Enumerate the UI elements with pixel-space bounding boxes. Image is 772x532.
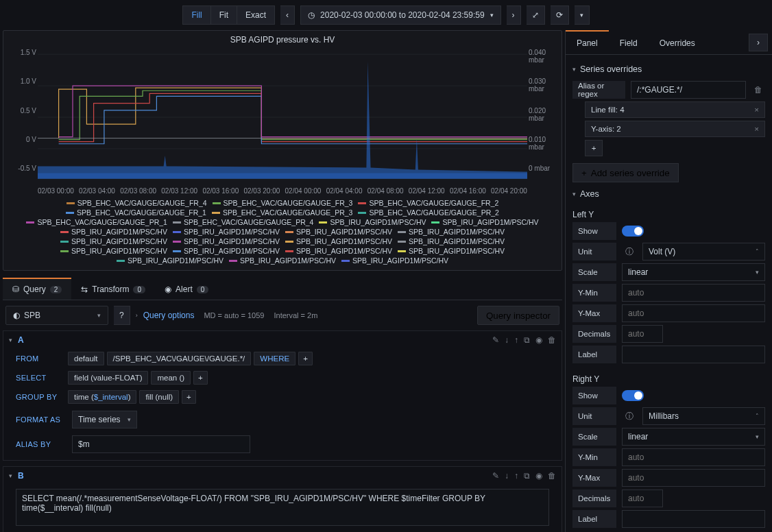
legend-item[interactable]: SPB_IRU_AGIPD1M/PSC/HV — [173, 228, 280, 236]
legend-item[interactable]: SPB_IRU_AGIPD1M/PSC/HV — [229, 256, 336, 265]
side-tab-panel[interactable]: Panel — [566, 30, 609, 54]
left-decimals-input[interactable] — [622, 325, 663, 343]
legend-item[interactable]: SPB_EHC_VAC/GAUGE/GAUGE_FR_4 — [67, 199, 207, 207]
legend-item[interactable]: SPB_EHC_VAC/GAUGE/GAUGE_PR_2 — [358, 208, 498, 217]
groupby-add-button[interactable]: + — [182, 390, 196, 404]
right-scale-select[interactable]: linear▾ — [622, 428, 765, 446]
edit-icon[interactable]: ✎ — [492, 335, 499, 345]
chevron-right-icon[interactable]: › — [136, 312, 138, 319]
legend-item[interactable]: SPB_IRU_AGIPD1M/PSC/HV — [60, 237, 167, 245]
legend-item[interactable]: SPB_IRU_AGIPD1M/PSC/HV — [341, 256, 448, 265]
right-unit-select[interactable]: Millibars˄ — [642, 407, 765, 425]
side-tab-overrides[interactable]: Overrides — [649, 30, 706, 54]
ds-help-button[interactable]: ? — [114, 306, 130, 325]
datasource-select[interactable]: ◐ SPB ▾ — [5, 306, 108, 325]
groupby-fill-token[interactable]: fill (null) — [139, 390, 179, 404]
left-ymax-input[interactable] — [622, 304, 765, 322]
duplicate-icon[interactable]: ⧉ — [524, 471, 530, 481]
refresh-button[interactable]: ⟳ — [551, 5, 569, 25]
legend-item[interactable]: SPB_IRU_AGIPD1M/PSC/HV — [117, 256, 224, 265]
trash-icon[interactable]: 🗑 — [548, 335, 556, 345]
duplicate-icon[interactable]: ⧉ — [524, 335, 530, 345]
select-add-button[interactable]: + — [193, 371, 208, 385]
override-pill-linefill[interactable]: Line fill: 4× — [585, 101, 765, 118]
override-add-pill[interactable]: + — [585, 140, 603, 156]
move-down-icon[interactable]: ↓ — [505, 335, 509, 345]
edit-icon[interactable]: ✎ — [492, 471, 499, 481]
query-options-toggle[interactable]: Query options — [143, 311, 195, 320]
time-range-picker[interactable]: ◷ 2020-02-03 00:00:00 to 2020-02-04 23:5… — [300, 5, 501, 25]
section-series-overrides[interactable]: ▾Series overrides — [572, 58, 765, 78]
right-ymin-input[interactable] — [622, 448, 765, 466]
legend-item[interactable]: SPB_IRU_AGIPD1M/PSC/HV — [285, 228, 392, 236]
zoom-out-button[interactable]: ⤢ — [527, 5, 545, 25]
trash-icon[interactable]: 🗑 — [548, 471, 556, 481]
where-token[interactable]: WHERE — [254, 352, 295, 365]
move-down-icon[interactable]: ↓ — [505, 471, 509, 481]
collapse-sidebar-button[interactable]: › — [749, 34, 768, 51]
tab-alert[interactable]: ◉ Alert 0 — [155, 278, 218, 300]
add-series-override-button[interactable]: + Add series override — [572, 163, 679, 182]
legend-item[interactable]: SPB_IRU_AGIPD1M/PSC/HV — [60, 247, 167, 255]
trash-icon[interactable]: 🗑 — [751, 85, 765, 95]
side-tab-field[interactable]: Field — [609, 30, 649, 54]
select-agg-token[interactable]: mean () — [151, 371, 191, 385]
query-a-header[interactable]: ▾ A ✎ ↓ ↑ ⧉ ◉ 🗑 — [3, 331, 562, 349]
alias-by-input[interactable] — [72, 435, 250, 453]
tab-query[interactable]: ⛁ Query 2 — [3, 278, 71, 300]
legend-item[interactable]: SPB_IRU_AGIPD1M/PSC/HV — [173, 247, 280, 255]
right-show-toggle[interactable] — [622, 390, 644, 401]
from-measurement-token[interactable]: /SPB_EHC_VAC\/GAUGE\/GAUGE.*/ — [107, 352, 252, 365]
groupby-time-token[interactable]: time ($_interval) — [68, 390, 136, 404]
alias-regex-input[interactable] — [631, 81, 746, 99]
format-as-select[interactable]: Time series▾ — [72, 411, 137, 428]
time-forward-button[interactable]: › — [507, 5, 521, 25]
refresh-menu-button[interactable]: ▾ — [575, 5, 590, 25]
info-icon[interactable]: ⓘ — [622, 246, 637, 258]
fit-fit-button[interactable]: Fit — [211, 5, 237, 25]
legend-item[interactable]: SPB_IRU_AGIPD1M/PSC/HV — [173, 237, 280, 245]
right-ymax-input[interactable] — [622, 469, 765, 487]
move-up-icon[interactable]: ↑ — [514, 335, 518, 345]
from-default-token[interactable]: default — [68, 352, 104, 365]
query-b-header[interactable]: ▾ B ✎ ↓ ↑ ⧉ ◉ 🗑 — [3, 467, 562, 485]
legend-item[interactable]: SPB_IRU_AGIPD1M/PSC/HV — [398, 228, 505, 236]
legend-item[interactable]: SPB_EHC_VAC/GAUGE/GAUGE_PR_1 — [26, 218, 167, 226]
section-axes[interactable]: ▾Axes — [572, 182, 765, 203]
time-back-button[interactable]: ‹ — [280, 5, 295, 25]
legend-item[interactable]: SPB_IRU_AGIPD1M/PSC/HV — [398, 237, 505, 245]
select-field-token[interactable]: field (value-FLOAT) — [68, 371, 148, 385]
fit-fill-button[interactable]: Fill — [182, 5, 210, 25]
move-up-icon[interactable]: ↑ — [514, 471, 518, 481]
legend-item[interactable]: SPB_IRU_AGIPD1M/PSC/HV — [431, 218, 538, 226]
fit-exact-button[interactable]: Exact — [237, 5, 275, 25]
left-show-toggle[interactable] — [622, 226, 644, 237]
left-label-input[interactable] — [622, 346, 765, 363]
legend-item[interactable]: SPB_EHC_VAC/GAUGE/GAUGE_PR_4 — [173, 218, 313, 226]
legend-item[interactable]: SPB_IRU_AGIPD1M/PSC/HV — [319, 218, 426, 226]
legend-item[interactable]: SPB_EHC_VAC/GAUGE/GAUGE_PR_3 — [212, 208, 352, 217]
chart-area[interactable]: 1.5 V1.0 V0.5 V0 V-0.5 V — [3, 49, 562, 186]
right-decimals-input[interactable] — [622, 489, 663, 507]
close-icon[interactable]: × — [754, 125, 759, 133]
tab-transform[interactable]: ⇆ Transform 0 — [71, 278, 155, 300]
left-ymin-input[interactable] — [622, 284, 765, 302]
right-label-input[interactable] — [622, 510, 765, 528]
legend-item[interactable]: SPB_IRU_AGIPD1M/PSC/HV — [285, 237, 392, 245]
query-inspector-button[interactable]: Query inspector — [477, 306, 559, 325]
eye-icon[interactable]: ◉ — [535, 471, 542, 481]
legend-item[interactable]: SPB_EHC_VAC/GAUGE/GAUGE_FR_2 — [358, 199, 498, 207]
raw-query-textarea[interactable] — [16, 489, 549, 526]
legend-item[interactable]: SPB_EHC_VAC/GAUGE/GAUGE_FR_3 — [213, 199, 353, 207]
legend-item[interactable]: SPB_IRU_AGIPD1M/PSC/HV — [285, 247, 392, 255]
override-pill-yaxis[interactable]: Y-axis: 2× — [585, 121, 765, 137]
info-icon[interactable]: ⓘ — [622, 411, 637, 422]
left-unit-select[interactable]: Volt (V)˄ — [642, 243, 765, 261]
eye-icon[interactable]: ◉ — [535, 335, 542, 345]
where-add-button[interactable]: + — [298, 352, 313, 365]
left-scale-select[interactable]: linear▾ — [622, 263, 765, 281]
legend-item[interactable]: SPB_IRU_AGIPD1M/PSC/HV — [60, 228, 167, 236]
legend-item[interactable]: SPB_IRU_AGIPD1M/PSC/HV — [398, 247, 505, 255]
legend-item[interactable]: SPB_EHC_VAC/GAUGE/GAUGE_FR_1 — [66, 208, 206, 217]
close-icon[interactable]: × — [754, 106, 759, 114]
